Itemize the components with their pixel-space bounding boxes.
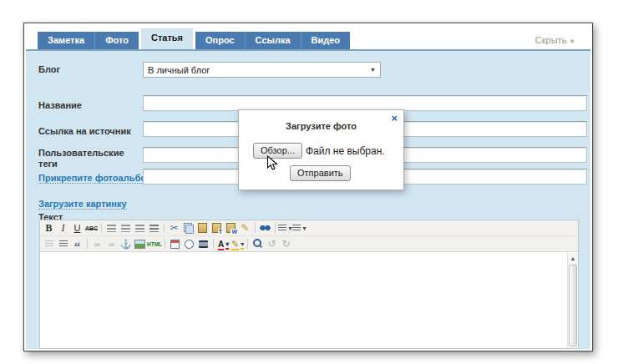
hide-panel-label: Скрыть	[535, 35, 567, 45]
tab-zametka[interactable]: Заметка	[38, 32, 94, 49]
article-form-panel: Блог В личный блог ▼ Название Ссылка на …	[26, 49, 590, 349]
image-icon[interactable]	[133, 237, 147, 251]
strikethrough-icon[interactable]: ABC	[84, 221, 99, 235]
tab-opros[interactable]: Опрос	[195, 32, 245, 49]
toolbar-separator	[164, 223, 165, 233]
scrollbar-thumb[interactable]	[569, 265, 577, 346]
post-editor-window: Заметка Фото Статья Опрос Ссылка Видео С…	[23, 23, 593, 351]
copy-icon[interactable]	[181, 221, 195, 235]
editor-scrollbar[interactable]: ▲	[567, 253, 578, 348]
bullet-list-icon[interactable]	[278, 221, 292, 235]
redo-icon[interactable]: ↻	[279, 237, 293, 251]
chevron-down-icon: ▼	[370, 67, 376, 73]
collapse-up-icon: ∗	[569, 37, 575, 45]
rich-text-editor: B I U ABC	[39, 220, 579, 349]
insert-time-icon[interactable]	[182, 237, 196, 251]
toolbar-separator	[165, 239, 165, 249]
toolbar-separator	[247, 239, 248, 249]
insert-date-icon[interactable]	[168, 237, 182, 251]
tab-video[interactable]: Видео	[301, 32, 351, 49]
blockquote-icon[interactable]: “	[70, 237, 84, 251]
toolbar-separator	[101, 223, 102, 233]
browse-button[interactable]: Обзор...	[253, 143, 302, 159]
dialog-title: Загрузите фото	[239, 121, 403, 131]
indent-icon[interactable]	[56, 237, 70, 251]
find-icon[interactable]	[258, 221, 272, 235]
preview-icon[interactable]	[251, 237, 265, 251]
editor-toolbar-row2: “ ∞ ∞ ⚓ HTML	[40, 236, 578, 252]
tabs: Заметка Фото Статья Опрос Ссылка Видео	[38, 32, 350, 49]
toolbar-separator	[255, 223, 256, 233]
file-status-text: Файл не выбран.	[306, 145, 385, 157]
blog-label: Блог	[38, 64, 60, 74]
editor-toolbar-row1: B I U ABC	[40, 220, 578, 236]
highlight-color-icon[interactable]: ✎	[230, 237, 245, 251]
align-center-icon[interactable]	[119, 221, 133, 235]
align-left-icon[interactable]	[104, 221, 119, 235]
title-label: Название	[38, 100, 82, 110]
scrollbar-up-icon[interactable]: ▲	[568, 253, 578, 264]
upload-picture-link[interactable]: Загрузите картинку	[38, 199, 127, 210]
underline-icon[interactable]: U	[70, 221, 84, 235]
toolbar-separator	[275, 223, 276, 233]
blog-select-value: В личный блог	[148, 65, 210, 75]
paste-word-icon[interactable]	[224, 221, 238, 235]
align-justify-icon[interactable]	[147, 221, 161, 235]
tab-statya[interactable]: Статья	[141, 28, 193, 49]
anchor-icon[interactable]: ⚓	[119, 237, 133, 251]
tab-ssylka[interactable]: Ссылка	[245, 32, 301, 49]
bold-icon[interactable]: B	[42, 221, 56, 235]
italic-icon[interactable]: I	[56, 221, 70, 235]
tab-strip: Заметка Фото Статья Опрос Ссылка Видео С…	[24, 23, 592, 49]
user-tags-label: Пользовательские теги	[38, 148, 132, 169]
media-icon[interactable]	[196, 237, 210, 251]
blog-select[interactable]: В личный блог ▼	[143, 62, 381, 78]
unlink-icon[interactable]: ∞	[104, 237, 119, 251]
font-color-icon[interactable]: A	[216, 237, 230, 251]
upload-photo-dialog: × Загрузите фото Обзор... Файл не выбран…	[238, 109, 404, 190]
tab-foto[interactable]: Фото	[94, 32, 139, 49]
align-right-icon[interactable]	[133, 221, 147, 235]
cleanup-icon[interactable]: ✎	[238, 221, 252, 235]
hide-panel-link[interactable]: Скрыть ∗	[535, 35, 575, 45]
html-source-icon[interactable]: HTML	[147, 237, 162, 251]
editor-text-area[interactable]: ▲	[40, 253, 578, 348]
attach-photo-album-link[interactable]: Прикрепите фотоальбом	[38, 173, 153, 184]
toolbar-separator	[87, 239, 88, 249]
source-link-label: Ссылка на источник	[38, 126, 131, 136]
toolbar-separator	[213, 239, 214, 249]
undo-icon[interactable]: ↺	[265, 237, 279, 251]
outdent-icon[interactable]	[42, 237, 56, 251]
paste-icon[interactable]	[195, 221, 210, 235]
link-icon[interactable]: ∞	[90, 237, 104, 251]
numbered-list-icon[interactable]	[292, 221, 306, 235]
submit-button[interactable]: Отправить	[290, 165, 351, 181]
paste-text-icon[interactable]	[210, 221, 224, 235]
cut-icon[interactable]: ✂	[167, 221, 181, 235]
